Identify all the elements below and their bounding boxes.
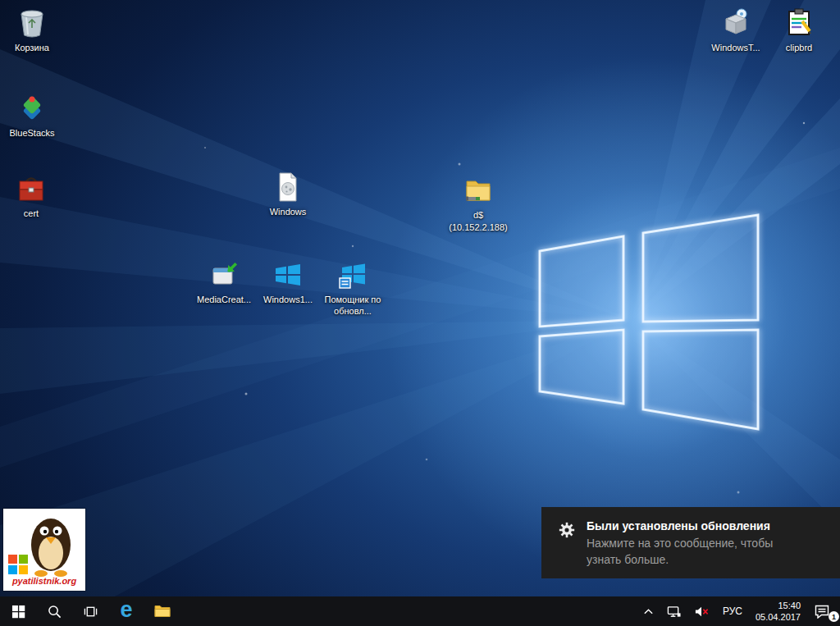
windows-desktop-screen: { "desktop": { "icons": [ {"label": "Кор… xyxy=(0,0,840,626)
notification-count-badge: 1 xyxy=(829,611,839,622)
windows-start-icon xyxy=(11,605,25,619)
task-view-icon xyxy=(84,605,98,619)
desktop-icon-label: clipbrd xyxy=(786,42,812,53)
desktop-icon-label: BlueStacks xyxy=(9,127,54,139)
toolbox-icon xyxy=(15,172,48,205)
desktop-icon-label: cert xyxy=(24,208,39,219)
bluestacks-icon xyxy=(16,92,48,125)
desktop: Корзина WindowsT... xyxy=(0,0,840,596)
desktop-icon-windows-tools[interactable]: WindowsT... xyxy=(705,7,767,53)
clipboard-icon xyxy=(783,7,815,39)
folder-icon xyxy=(154,605,171,618)
toast-body: Нажмите на это сообщение, чтобы узнать б… xyxy=(587,536,793,568)
recycle-bin-icon xyxy=(16,7,48,39)
desktop-icon-label: MediaCreat... xyxy=(197,294,251,305)
windows-flag-small-icon xyxy=(336,258,369,291)
tray-overflow-button[interactable] xyxy=(637,596,660,626)
desktop-icon-label: WindowsT... xyxy=(711,42,760,53)
penguin-logo-image xyxy=(3,509,85,578)
desktop-icon-label: Помощник по обновл... xyxy=(322,294,383,318)
desktop-icon-label: Windows xyxy=(270,206,307,217)
edge-button[interactable]: e xyxy=(108,596,144,626)
desktop-icon-bluestacks[interactable]: BlueStacks xyxy=(1,92,63,139)
clock-date: 05.04.2017 xyxy=(756,611,801,623)
shared-folder-icon xyxy=(462,174,495,207)
taskbar: e РУС 15:40 xyxy=(0,596,840,626)
search-icon xyxy=(48,605,62,619)
update-notification-toast[interactable]: Были установлены обновления Нажмите на э… xyxy=(541,507,840,578)
chevron-up-icon xyxy=(643,607,654,615)
language-indicator[interactable]: РУС xyxy=(716,596,749,626)
edge-icon: e xyxy=(120,599,132,621)
action-center-button[interactable]: 1 xyxy=(807,596,840,626)
desktop-icon-cert[interactable]: cert xyxy=(0,172,62,219)
system-tray: РУС 15:40 05.04.2017 1 xyxy=(637,596,840,626)
network-status[interactable] xyxy=(660,596,687,626)
desktop-icon-d-share[interactable]: d$ (10.152.2.188) xyxy=(447,174,509,234)
document-icon xyxy=(272,171,304,203)
windows-flag-icon xyxy=(272,258,304,291)
desktop-icon-upgrade-assistant[interactable]: Помощник по обновл... xyxy=(322,258,384,318)
toast-text: Были установлены обновления Нажмите на э… xyxy=(587,519,793,578)
speaker-muted-icon xyxy=(694,605,710,618)
site-logo-text: pyatilistnik.org xyxy=(12,576,76,586)
site-logo: pyatilistnik.org xyxy=(3,509,85,591)
toast-title: Были установлены обновления xyxy=(587,519,793,532)
desktop-icon-label: Корзина xyxy=(15,42,49,53)
clock-time: 15:40 xyxy=(778,600,801,611)
action-center-icon xyxy=(814,604,830,619)
desktop-icon-windows10[interactable]: Windows1... xyxy=(257,258,319,305)
task-view-button[interactable] xyxy=(72,596,108,626)
desktop-icon-recycle-bin[interactable]: Корзина xyxy=(1,7,63,53)
network-icon xyxy=(667,605,681,618)
volume-muted[interactable] xyxy=(687,596,716,626)
clock[interactable]: 15:40 05.04.2017 xyxy=(749,596,807,626)
desktop-icon-clipbrd[interactable]: clipbrd xyxy=(768,7,830,53)
file-explorer-button[interactable] xyxy=(144,596,180,626)
desktop-icon-label: d$ xyxy=(473,209,483,221)
gear-icon xyxy=(558,521,576,539)
start-button[interactable] xyxy=(0,596,36,626)
installer-box-icon xyxy=(719,7,752,39)
desktop-icon-sublabel: (10.152.2.188) xyxy=(449,222,508,233)
desktop-icon-label: Windows1... xyxy=(263,294,313,305)
desktop-icon-windows-file[interactable]: Windows xyxy=(257,171,319,217)
desktop-icon-media-creation[interactable]: MediaCreat... xyxy=(193,258,255,305)
media-creation-icon xyxy=(208,258,240,291)
search-button[interactable] xyxy=(36,596,72,626)
